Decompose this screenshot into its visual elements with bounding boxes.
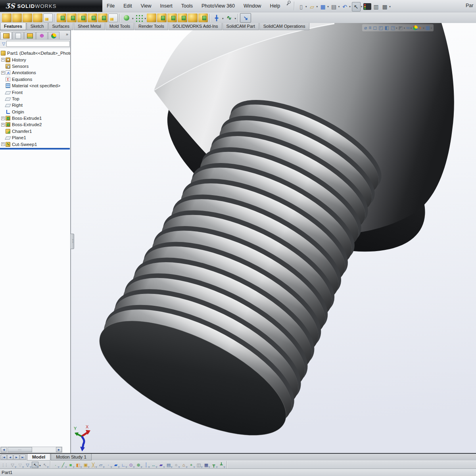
menu-item[interactable]: PhotoView 360 [197, 0, 239, 12]
expand-icon[interactable]: + [1, 123, 5, 127]
hide-show-items-icon[interactable]: ∞ [406, 25, 410, 31]
tree-item-boss-extrude2[interactable]: + Boss-Extrude2 [0, 121, 71, 128]
dropdown-arrow-icon[interactable]: ▾ [317, 5, 318, 8]
menu-item[interactable]: Window [239, 0, 265, 12]
toolbar-grip[interactable]: ⋮⋮ [1, 463, 8, 467]
dropdown-arrow-icon[interactable]: ▾ [338, 5, 340, 8]
command-tab[interactable]: Sheet Metal [74, 23, 105, 30]
select-all-filters-icon[interactable]: ▽ [24, 462, 31, 468]
wrap-icon[interactable] [178, 13, 187, 22]
tree-item-front-plane[interactable]: Front [0, 89, 71, 95]
dropdown-arrow-icon[interactable]: ▾ [132, 17, 134, 20]
curves-icon[interactable]: ∿ [225, 13, 234, 22]
filter-midpoints-icon[interactable]: ⊙ [128, 462, 134, 468]
command-tab[interactable]: Sketch [27, 23, 48, 30]
expand-icon[interactable]: + [1, 142, 5, 146]
filter-geometric-tolerances-icon[interactable]: ⌖ [188, 462, 195, 468]
dropdown-arrow-icon[interactable]: ▾ [327, 5, 329, 8]
select-other-button[interactable]: ↖ [42, 462, 48, 468]
document-tab[interactable]: Motion Study 1 [51, 454, 92, 461]
filter-blocks-icon[interactable]: ▦ [203, 462, 210, 468]
tree-item-origin[interactable]: Origin [0, 109, 71, 115]
file-properties-button[interactable]: ▥ [372, 2, 380, 11]
dropdown-arrow-icon[interactable]: ▾ [349, 5, 351, 8]
scroll-right-button[interactable]: ▶ [56, 447, 62, 452]
filter-axes-icon[interactable]: ╳ [90, 462, 97, 468]
filter-sketch-segments-icon[interactable]: ∟ [120, 462, 127, 468]
extruded-boss-icon[interactable] [2, 13, 12, 22]
menu-item[interactable]: Insert [156, 0, 177, 12]
filter-planes-icon[interactable]: ▱ [98, 462, 104, 468]
viewport-canvas[interactable]: X Y Z [71, 23, 476, 453]
swept-cut-icon[interactable] [88, 13, 97, 22]
menu-item[interactable]: Edit [119, 0, 136, 12]
dropdown-arrow-icon[interactable]: ▾ [145, 17, 146, 20]
print-document-button[interactable]: ▤ [330, 2, 338, 11]
dropdown-arrow-icon[interactable]: ▾ [361, 5, 363, 8]
new-document-button[interactable]: ▯ [297, 2, 305, 11]
tree-item-sensors[interactable]: Sensors [0, 63, 71, 69]
filter-edges-icon[interactable]: ╱ [60, 462, 67, 468]
expand-icon[interactable]: + [1, 58, 5, 61]
filter-sketch-points-icon[interactable]: · [105, 462, 112, 468]
filter-connection-points-icon[interactable]: ┳ [211, 462, 217, 468]
zoom-to-fit-icon[interactable]: ◻ [373, 25, 377, 31]
filter-balloons-icon[interactable]: ○ [173, 462, 180, 468]
tree-item-equations[interactable]: Equations [0, 76, 71, 83]
tree-item-cut-sweep1[interactable]: + Cut-Sweep1 [0, 141, 71, 147]
view-settings-icon[interactable]: ▦ [425, 25, 430, 31]
tree-item-boss-extrude1[interactable]: + Boss-Extrude1 [0, 115, 71, 121]
open-document-button[interactable]: ▱ [308, 2, 316, 11]
featuremanager-tab[interactable] [0, 32, 12, 39]
splitter-handle[interactable] [71, 234, 74, 249]
linear-pattern-icon[interactable] [134, 13, 144, 22]
view-orientation-icon[interactable]: ◳ [391, 25, 395, 31]
dropdown-arrow-icon[interactable]: ▾ [39, 464, 41, 467]
filter-surface-bodies-icon[interactable]: ◧ [75, 462, 82, 468]
filter-annotations-icon[interactable]: ▰ [158, 462, 165, 468]
measure-icon[interactable]: ⌀ [364, 25, 367, 31]
tree-item-material[interactable]: Material <not specified> [0, 83, 71, 89]
tree-item-chamfer1[interactable]: Chamfer1 [0, 128, 71, 134]
select-cursor-button[interactable]: ↖ [352, 2, 361, 12]
filter-datums-icon[interactable]: ◫ [196, 462, 202, 468]
menu-item[interactable]: View [136, 0, 156, 12]
select-tool-button[interactable]: ↖ [32, 462, 38, 468]
hole-wizard-icon[interactable] [67, 13, 77, 22]
panel-horizontal-scrollbar[interactable]: ◀ ▶ [0, 447, 62, 453]
display-style-icon[interactable]: ◩ [399, 25, 403, 31]
boundary-boss-icon[interactable] [43, 13, 53, 22]
dropdown-arrow-icon[interactable]: ▾ [423, 27, 424, 30]
tree-item-top-plane[interactable]: Top [0, 96, 71, 102]
filter-notes-icon[interactable]: ▤ [165, 462, 172, 468]
menu-item[interactable]: Tools [177, 0, 197, 12]
rollback-bar[interactable] [0, 148, 70, 150]
filter-route-points-icon[interactable]: ┻ [218, 462, 225, 468]
menu-item[interactable]: File [102, 0, 119, 12]
dropdown-arrow-icon[interactable]: ▾ [431, 27, 432, 30]
dropdown-arrow-icon[interactable]: ▾ [396, 27, 397, 30]
lofted-cut-icon[interactable] [98, 13, 107, 22]
mirror-icon[interactable] [198, 13, 208, 22]
mass-properties-icon[interactable]: ≡ [369, 25, 371, 31]
tree-filter-input[interactable] [6, 41, 70, 47]
dropdown-arrow-icon[interactable]: ▾ [404, 27, 405, 30]
instant3d-button[interactable]: ↘ [240, 13, 251, 23]
apply-scene-icon[interactable]: ◐ [419, 25, 422, 31]
last-tab-button[interactable]: ▶| [20, 455, 26, 460]
filter-faces-icon[interactable]: ■ [67, 462, 74, 468]
command-tab[interactable]: Render Tools [134, 23, 168, 30]
scroll-left-button[interactable]: ◀ [1, 447, 7, 452]
swept-boss-icon[interactable] [23, 13, 32, 22]
tree-item-part1[interactable]: Part1 (Default<<Default>_Photo [0, 50, 71, 56]
prev-tab-button[interactable]: ◀ [7, 455, 13, 460]
tree-item-right-plane[interactable]: Right [0, 102, 71, 108]
clear-selection-filters-icon[interactable]: ▽ [17, 462, 23, 468]
tree-item-history[interactable]: + History [0, 56, 71, 63]
propertymanager-tab[interactable] [12, 32, 24, 39]
dimxpertmanager-tab[interactable]: ⊕ [36, 32, 48, 39]
reference-geometry-icon[interactable]: ╋ [212, 13, 221, 22]
zoom-to-area-icon[interactable]: ◰ [378, 25, 383, 31]
document-tab[interactable]: Model [27, 454, 50, 461]
filter-sketches-icon[interactable]: ▰ [113, 462, 119, 468]
